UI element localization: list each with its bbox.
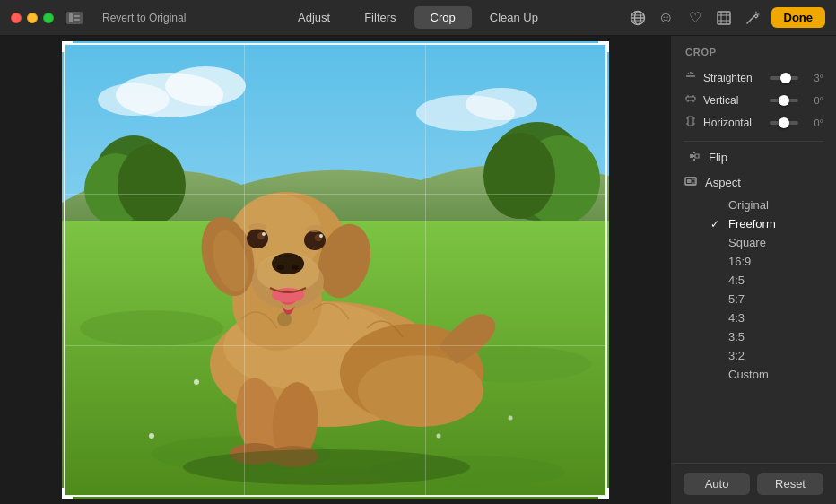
tab-filters[interactable]: Filters xyxy=(348,6,412,29)
tab-crop[interactable]: Crop xyxy=(414,6,472,29)
vertical-label: Vertical xyxy=(703,94,764,107)
panel-footer: Auto Reset xyxy=(671,463,836,504)
svg-rect-86 xyxy=(687,179,691,183)
svg-point-69 xyxy=(277,312,292,326)
close-button[interactable] xyxy=(11,13,22,23)
main-content: CROP Straighten xyxy=(0,36,836,504)
aspect-section: Aspect Original ✓ Freeform xyxy=(671,169,836,387)
aspect-item-5-7[interactable]: 5:7 xyxy=(710,290,831,308)
straighten-slider-row: Straighten 3° xyxy=(671,66,836,89)
svg-point-44 xyxy=(358,355,483,427)
aspect-item-4-3[interactable]: 4:3 xyxy=(710,308,831,327)
svg-line-13 xyxy=(747,16,754,23)
svg-point-70 xyxy=(183,449,470,485)
svg-rect-0 xyxy=(69,13,73,22)
aspect-item-16-9[interactable]: 16:9 xyxy=(710,252,831,271)
titlebar: Revert to Original Adjust Filters Crop C… xyxy=(0,0,836,36)
svg-line-74 xyxy=(692,73,694,74)
svg-rect-1 xyxy=(74,15,80,17)
svg-point-18 xyxy=(165,66,246,106)
svg-point-34 xyxy=(194,379,199,385)
aspect-item-original[interactable]: Original xyxy=(710,196,831,214)
horizontal-label: Horizontal xyxy=(703,117,764,129)
right-panel: CROP Straighten xyxy=(670,36,836,504)
auto-button[interactable]: Auto xyxy=(684,473,750,495)
svg-rect-87 xyxy=(692,179,695,183)
svg-point-39 xyxy=(508,416,512,421)
emoji-icon[interactable]: ☺ xyxy=(657,8,676,28)
svg-point-67 xyxy=(306,225,324,232)
photo-area xyxy=(0,36,670,504)
svg-point-19 xyxy=(98,83,170,116)
panel-section-label: CROP xyxy=(671,36,836,63)
svg-point-38 xyxy=(149,433,154,439)
svg-point-64 xyxy=(262,232,266,236)
horizontal-thumb[interactable] xyxy=(779,117,789,128)
svg-rect-80 xyxy=(688,117,693,126)
traffic-lights xyxy=(11,13,54,23)
aspect-item-3-2[interactable]: 3:2 xyxy=(710,346,831,365)
straighten-value: 3° xyxy=(804,73,823,83)
aspect-item-3-5[interactable]: 3:5 xyxy=(710,327,831,346)
maximize-button[interactable] xyxy=(43,13,54,23)
straighten-icon xyxy=(684,70,698,85)
vertical-icon xyxy=(684,92,698,108)
revert-to-original-button[interactable]: Revert to Original xyxy=(97,9,191,27)
done-button[interactable]: Done xyxy=(771,7,826,28)
aspect-icon xyxy=(684,175,698,190)
horizontal-track[interactable] xyxy=(770,121,798,125)
svg-point-57 xyxy=(272,253,304,274)
aspect-check-freeform: ✓ xyxy=(710,218,723,230)
photo-wrapper xyxy=(62,41,609,499)
aspect-header-row[interactable]: Aspect xyxy=(671,171,836,194)
svg-rect-75 xyxy=(686,97,695,100)
aspect-item-square[interactable]: Square xyxy=(710,233,831,252)
reset-button[interactable]: Reset xyxy=(757,473,823,495)
svg-point-24 xyxy=(118,144,186,225)
crop-icon[interactable] xyxy=(714,8,734,28)
straighten-track[interactable] xyxy=(770,76,798,80)
heart-icon[interactable]: ♡ xyxy=(685,8,705,28)
flip-label: Flip xyxy=(709,151,727,164)
svg-point-21 xyxy=(466,88,537,120)
vertical-slider-row: Vertical 0° xyxy=(671,89,836,111)
window-controls xyxy=(66,12,83,24)
minimize-button[interactable] xyxy=(27,13,38,23)
vertical-value: 0° xyxy=(804,95,823,106)
aspect-item-4-5[interactable]: 4:5 xyxy=(710,271,831,290)
svg-point-58 xyxy=(277,265,284,270)
svg-rect-2 xyxy=(74,19,80,21)
tab-cleanup[interactable]: Clean Up xyxy=(474,6,554,29)
svg-rect-8 xyxy=(718,12,730,24)
svg-point-59 xyxy=(292,265,299,270)
straighten-label: Straighten xyxy=(703,72,764,84)
globe-icon[interactable] xyxy=(628,8,648,28)
sidebar-toggle-button[interactable] xyxy=(66,12,83,24)
toolbar-right: ☺ ♡ Done xyxy=(628,7,826,28)
svg-point-61 xyxy=(304,230,326,250)
magic-wand-icon[interactable] xyxy=(743,8,762,28)
flip-icon xyxy=(687,150,701,165)
aspect-item-freeform[interactable]: ✓ Freeform xyxy=(710,214,831,233)
aspect-item-custom[interactable]: Custom xyxy=(710,365,831,384)
svg-point-66 xyxy=(248,223,266,230)
svg-point-37 xyxy=(436,434,440,439)
divider-1 xyxy=(684,141,823,142)
sliders-section: Straighten 3° xyxy=(671,63,836,137)
svg-line-73 xyxy=(688,73,690,74)
straighten-thumb[interactable] xyxy=(780,73,791,83)
aspect-label: Aspect xyxy=(705,176,741,189)
svg-point-27 xyxy=(483,133,555,219)
tab-adjust[interactable]: Adjust xyxy=(282,6,346,29)
vertical-track[interactable] xyxy=(770,99,798,102)
horizontal-icon xyxy=(684,115,698,130)
flip-action-row[interactable]: Flip xyxy=(675,145,832,169)
horizontal-value: 0° xyxy=(804,117,823,128)
horizontal-slider-row: Horizontal 0° xyxy=(671,111,836,134)
svg-point-60 xyxy=(247,229,268,248)
panel-body: Straighten 3° xyxy=(671,63,836,463)
aspect-list: Original ✓ Freeform Square xyxy=(671,194,836,386)
svg-point-29 xyxy=(80,310,223,346)
vertical-thumb[interactable] xyxy=(779,95,789,106)
svg-point-65 xyxy=(319,234,323,238)
